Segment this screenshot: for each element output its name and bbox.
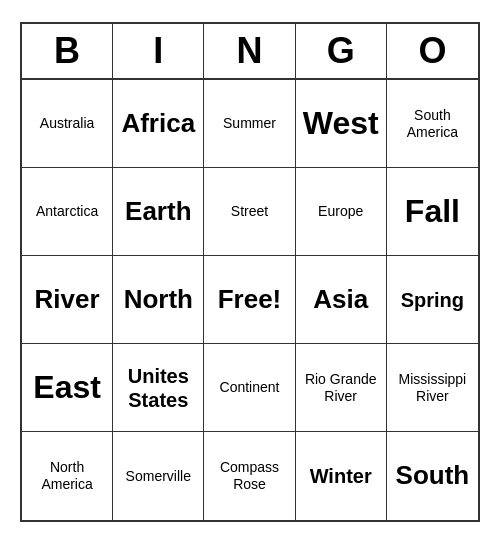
- bingo-cell[interactable]: Free!: [204, 256, 295, 344]
- bingo-card: BINGO AustraliaAfricaSummerWestSouth Ame…: [20, 22, 480, 522]
- bingo-cell[interactable]: Fall: [387, 168, 478, 256]
- bingo-cell[interactable]: Antarctica: [22, 168, 113, 256]
- cell-text: Winter: [310, 464, 372, 488]
- bingo-cell[interactable]: River: [22, 256, 113, 344]
- bingo-cell[interactable]: Spring: [387, 256, 478, 344]
- bingo-cell[interactable]: Somerville: [113, 432, 204, 520]
- bingo-cell[interactable]: Africa: [113, 80, 204, 168]
- cell-text: Australia: [40, 115, 94, 132]
- cell-text: River: [35, 284, 100, 315]
- bingo-cell[interactable]: Asia: [296, 256, 387, 344]
- cell-text: Unites States: [117, 364, 199, 412]
- bingo-header: BINGO: [22, 24, 478, 80]
- header-letter: O: [387, 24, 478, 78]
- bingo-cell[interactable]: South: [387, 432, 478, 520]
- cell-text: Spring: [401, 288, 464, 312]
- cell-text: South America: [391, 107, 474, 141]
- bingo-cell[interactable]: Summer: [204, 80, 295, 168]
- cell-text: Compass Rose: [208, 459, 290, 493]
- cell-text: Mississippi River: [391, 371, 474, 405]
- cell-text: West: [303, 104, 379, 142]
- bingo-cell[interactable]: North: [113, 256, 204, 344]
- cell-text: South: [396, 460, 470, 491]
- bingo-cell[interactable]: East: [22, 344, 113, 432]
- bingo-cell[interactable]: Earth: [113, 168, 204, 256]
- cell-text: Antarctica: [36, 203, 98, 220]
- cell-text: Fall: [405, 192, 460, 230]
- bingo-grid: AustraliaAfricaSummerWestSouth AmericaAn…: [22, 80, 478, 520]
- bingo-cell[interactable]: Europe: [296, 168, 387, 256]
- bingo-cell[interactable]: Continent: [204, 344, 295, 432]
- header-letter: N: [204, 24, 295, 78]
- header-letter: B: [22, 24, 113, 78]
- cell-text: Free!: [218, 284, 282, 315]
- header-letter: G: [296, 24, 387, 78]
- bingo-cell[interactable]: North America: [22, 432, 113, 520]
- cell-text: Continent: [220, 379, 280, 396]
- cell-text: Africa: [121, 108, 195, 139]
- cell-text: Street: [231, 203, 268, 220]
- bingo-cell[interactable]: Unites States: [113, 344, 204, 432]
- bingo-cell[interactable]: Street: [204, 168, 295, 256]
- bingo-cell[interactable]: Compass Rose: [204, 432, 295, 520]
- cell-text: Rio Grande River: [300, 371, 382, 405]
- cell-text: Summer: [223, 115, 276, 132]
- cell-text: North: [124, 284, 193, 315]
- bingo-cell[interactable]: Mississippi River: [387, 344, 478, 432]
- bingo-cell[interactable]: West: [296, 80, 387, 168]
- cell-text: Asia: [313, 284, 368, 315]
- cell-text: North America: [26, 459, 108, 493]
- bingo-cell[interactable]: Australia: [22, 80, 113, 168]
- bingo-cell[interactable]: Rio Grande River: [296, 344, 387, 432]
- cell-text: Europe: [318, 203, 363, 220]
- cell-text: Earth: [125, 196, 191, 227]
- bingo-cell[interactable]: South America: [387, 80, 478, 168]
- bingo-cell[interactable]: Winter: [296, 432, 387, 520]
- cell-text: East: [33, 368, 101, 406]
- header-letter: I: [113, 24, 204, 78]
- cell-text: Somerville: [126, 468, 191, 485]
